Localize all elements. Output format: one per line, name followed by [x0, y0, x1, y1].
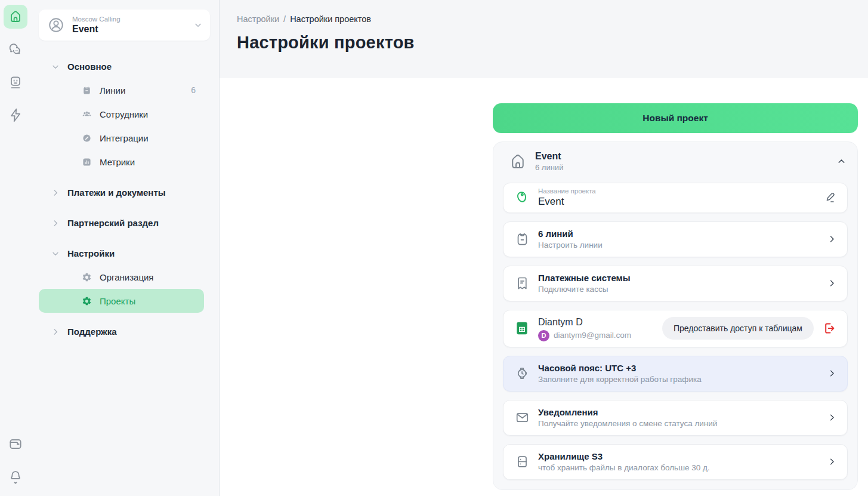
chevron-right-icon [827, 413, 836, 422]
chevron-right-icon [827, 369, 836, 378]
chevron-right-icon [827, 457, 836, 466]
row-title: Хранилище S3 [538, 450, 827, 463]
row-subtitle: Настроить линии [538, 240, 827, 251]
breadcrumb-parent[interactable]: Настройки [237, 14, 279, 24]
project-name-field: Название проекта Event [538, 183, 823, 212]
sidebar-section-partner[interactable]: Партнерский раздел [39, 211, 210, 235]
vest-icon [512, 231, 532, 247]
row-title: Часовой пояс: UTC +3 [538, 362, 827, 374]
project-settings-rows: Название проекта Event [503, 183, 848, 480]
sidebar-item-integrations[interactable]: Интеграции [39, 126, 204, 150]
mail-icon [512, 409, 532, 426]
bell-icon [8, 469, 23, 485]
chevron-up-icon [836, 156, 847, 167]
edit-pencil-icon[interactable] [823, 191, 836, 204]
sidebar-item-projects[interactable]: Проекты [39, 289, 204, 313]
lines-icon [82, 85, 92, 95]
chevron-right-icon [827, 235, 836, 244]
row-subtitle: Подключите кассы [538, 284, 827, 295]
chats-icon [8, 42, 23, 57]
sidebar-section-support[interactable]: Поддержка [39, 320, 210, 343]
section-label: Платежи и документы [67, 187, 166, 198]
sidebar-nav: Основное Линии 6 [39, 55, 210, 343]
wallet-nav-button[interactable] [4, 432, 27, 456]
google-sheets-account-row: Diantym D D diantym9@gmail.com Предостав… [503, 310, 848, 347]
icon-rail [0, 0, 31, 496]
project-name-row[interactable]: Название проекта Event [503, 183, 848, 213]
sidebar-item-label: Организация [100, 272, 153, 282]
left-panel: Moscow Calling Event Основное [0, 0, 220, 496]
sidebar-item-label: Сотрудники [100, 109, 148, 119]
payment-systems-row[interactable]: Платежные системы Подключите кассы [503, 266, 848, 301]
avatar: D [538, 330, 549, 341]
row-texts: Уведомления Получайте уведомления о смен… [538, 401, 827, 435]
home-icon [8, 10, 23, 24]
sidebar-item-label: Метрики [100, 157, 135, 167]
disconnect-logout-icon[interactable] [822, 321, 836, 335]
project-card-header-texts: Event 6 линий [535, 150, 828, 173]
chevron-right-icon [827, 279, 836, 288]
breadcrumb-separator: / [283, 14, 286, 24]
project-card: Event 6 линий [493, 141, 858, 490]
page-title: Настройки проектов [237, 33, 868, 53]
gear-icon [82, 272, 92, 282]
breadcrumb-current: Настройки проектов [290, 14, 371, 24]
sidebar-item-organization[interactable]: Организация [39, 265, 204, 289]
sheets-account-texts: Diantym D D diantym9@gmail.com [538, 310, 662, 347]
breadcrumb: Настройки / Настройки проектов [237, 14, 868, 24]
project-card-header[interactable]: Event 6 линий [503, 142, 848, 183]
page-header: Настройки / Настройки проектов Настройки… [220, 0, 868, 78]
new-project-button[interactable]: Новый проект [493, 103, 858, 133]
sidebar-section-main[interactable]: Основное [39, 55, 210, 78]
org-selector[interactable]: Moscow Calling Event [39, 10, 210, 41]
sidebar-item-metrics[interactable]: Метрики [39, 150, 204, 174]
sidebar-section-settings[interactable]: Настройки [39, 242, 210, 265]
notifications-nav-button[interactable] [4, 465, 27, 489]
watch-icon [512, 365, 532, 381]
storage-s3-row[interactable]: Хранилище S3 чтоб хранить файлы в диалог… [503, 444, 848, 480]
user-avatar-icon [47, 16, 65, 34]
project-card-title: Event [535, 150, 828, 163]
chevron-down-icon [51, 249, 60, 258]
grant-access-button[interactable]: Предоставить доступ к таблицам [662, 317, 814, 340]
row-title: Уведомления [538, 406, 827, 418]
field-value: Event [538, 196, 823, 208]
sidebar-item-label: Интеграции [100, 133, 149, 143]
app-window: Moscow Calling Event Основное [0, 0, 868, 496]
section-label: Партнерский раздел [67, 218, 159, 228]
sidebar-section-payments[interactable]: Платежи и документы [39, 181, 210, 204]
row-subtitle: чтоб хранить файлы в диалогах больше 30 … [538, 463, 827, 474]
timezone-row[interactable]: Часовой пояс: UTC +3 Заполните для корре… [503, 356, 848, 392]
field-label: Название проекта [538, 187, 823, 196]
lines-count-badge: 6 [191, 85, 196, 95]
main-area: Настройки / Настройки проектов Настройки… [220, 0, 868, 496]
metrics-icon [82, 157, 92, 167]
chevron-down-icon [193, 20, 203, 30]
row-subtitle: Заполните для корректной работы графика [538, 374, 827, 386]
row-texts: Платежные системы Подключите кассы [538, 266, 827, 301]
chevron-down-icon [51, 62, 60, 72]
project-name: Event [72, 23, 193, 35]
account-name: Diantym D [538, 316, 662, 329]
chats-nav-button[interactable] [4, 38, 27, 61]
sidebar-item-lines[interactable]: Линии 6 [39, 78, 204, 102]
home-nav-button[interactable] [4, 5, 27, 29]
lines-settings-row[interactable]: 6 линий Настроить линии [503, 221, 848, 257]
sidebar: Moscow Calling Event Основное [31, 0, 219, 496]
wallet-icon [8, 436, 23, 452]
gear-icon [82, 296, 92, 306]
staff-icon [82, 109, 92, 119]
integrations-icon [82, 133, 92, 143]
receipt-icon [512, 275, 532, 291]
home-icon [509, 153, 527, 171]
sidebar-item-staff[interactable]: Сотрудники [39, 102, 204, 126]
row-subtitle: Получайте уведомления о смене статуса ли… [538, 418, 827, 430]
notifications-row[interactable]: Уведомления Получайте уведомления о смен… [503, 400, 848, 436]
quick-actions-nav-button[interactable] [4, 103, 27, 127]
section-label: Настройки [67, 248, 115, 258]
row-texts: Часовой пояс: UTC +3 Заполните для корре… [538, 356, 827, 391]
bots-nav-button[interactable] [4, 70, 27, 94]
project-card-subtitle: 6 линий [535, 163, 828, 173]
sidebar-item-label: Линии [100, 85, 125, 95]
account-sub: D diantym9@gmail.com [538, 330, 662, 341]
